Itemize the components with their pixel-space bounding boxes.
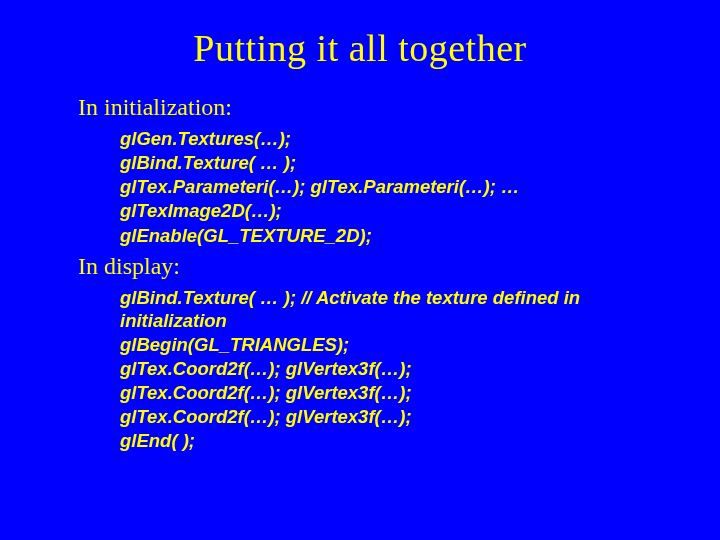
code-line: glEnable(GL_TEXTURE_2D);: [120, 224, 690, 247]
code-line: glEnd( );: [120, 429, 690, 452]
code-line: glBind.Texture( … ); // Activate the tex…: [120, 286, 690, 332]
slide-title: Putting it all together: [0, 0, 720, 88]
code-line: glBind.Texture( … );: [120, 151, 690, 174]
code-init-block: glGen.Textures(…); glBind.Texture( … ); …: [0, 127, 720, 247]
code-line: glBegin(GL_TRIANGLES);: [120, 333, 690, 356]
code-line: glGen.Textures(…);: [120, 127, 690, 150]
code-line: glTexImage2D(…);: [120, 199, 690, 222]
section-display: In display:: [0, 253, 720, 280]
code-line: glTex.Parameteri(…); glTex.Parameteri(…)…: [120, 175, 690, 198]
code-line: glTex.Coord2f(…); glVertex3f(…);: [120, 381, 690, 404]
code-display-block: glBind.Texture( … ); // Activate the tex…: [0, 286, 720, 453]
section-initialization: In initialization:: [0, 94, 720, 121]
code-line: glTex.Coord2f(…); glVertex3f(…);: [120, 405, 690, 428]
code-line: glTex.Coord2f(…); glVertex3f(…);: [120, 357, 690, 380]
